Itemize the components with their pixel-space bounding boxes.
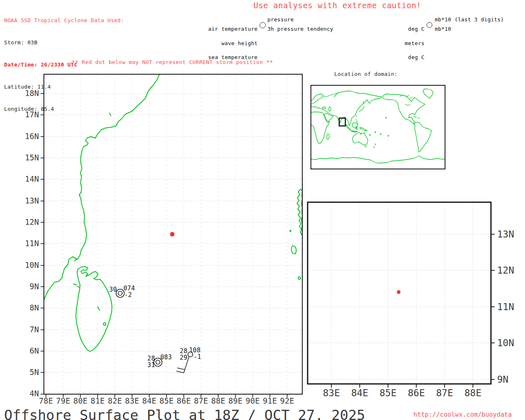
- axis-tick-label: 14N: [25, 174, 39, 183]
- axis-tick-label: 87E: [194, 396, 208, 405]
- legend-pressure-label: pressure: [267, 17, 294, 22]
- axis-tick-label: 6N: [30, 346, 39, 355]
- axis-tick-label: 4N: [30, 389, 39, 398]
- axis-tick-label: 7N: [30, 325, 39, 334]
- axis-tick-label: 88E: [464, 388, 482, 398]
- station3-sea-temp: 29: [180, 354, 187, 361]
- offshore-surface-plot-page: 30 074 -2 28 083 31 28 108 29 -1: [0, 0, 525, 420]
- axis-tick-label: 80E: [73, 396, 87, 405]
- world-inset-map: [311, 85, 445, 169]
- axis-tick-label: 92E: [280, 396, 294, 405]
- legend-units-sea-label: deg C: [392, 55, 425, 60]
- legend-units-wave-label: meters: [392, 41, 425, 46]
- station1-tendency: -2: [124, 291, 132, 299]
- main-map-y-axis-labels: 18N 17N 16N 15N 14N 13N 12N 11N 10N 9N 8…: [25, 89, 39, 398]
- storm-position-dot: [170, 232, 175, 237]
- main-map-ticks: [41, 94, 287, 397]
- axis-tick-label: 83E: [323, 388, 340, 398]
- zoom-map-horizontal-gridlines: [308, 234, 491, 379]
- axis-tick-label: 9N: [497, 374, 509, 385]
- station-model-circle-icon: [260, 22, 266, 28]
- axis-tick-label: 85E: [379, 388, 397, 398]
- axis-tick-label: 10N: [497, 338, 514, 348]
- axis-tick-label: 91E: [263, 396, 277, 405]
- zoom-map: 83E 84E 85E 86E 87E 88E 13N 12N 11N 10N …: [308, 202, 514, 398]
- axis-tick-label: 81E: [91, 396, 105, 405]
- axis-tick-label: 13N: [497, 229, 514, 240]
- world-coastlines: [311, 89, 445, 163]
- legend-wave-height-label: wave height: [207, 41, 258, 46]
- station-plot-1: [116, 289, 124, 297]
- axis-tick-label: 12N: [497, 265, 514, 276]
- axis-tick-label: 5N: [30, 368, 39, 377]
- axis-tick-label: 16N: [25, 132, 39, 141]
- storm-info-title: NOAA SSD Tropical Cyclone Data Used:: [4, 17, 124, 24]
- legend-units-pressure-label: mb*10 (last 3 digits): [435, 17, 504, 22]
- axis-tick-label: 79E: [56, 396, 70, 405]
- axis-tick-label: 86E: [408, 388, 425, 398]
- station-legend-units-left-column: deg C meters deg C: [392, 17, 425, 69]
- axis-tick-label: 83E: [125, 396, 139, 405]
- axis-tick-label: 89E: [228, 396, 242, 405]
- axis-tick-label: 12N: [25, 217, 39, 226]
- axis-tick-label: 10N: [25, 260, 39, 269]
- axis-tick-label: 87E: [436, 388, 453, 398]
- axis-tick-label: 90E: [246, 396, 260, 405]
- storm-id-line: Storm: 03B: [4, 39, 124, 46]
- axis-tick-label: 85E: [160, 396, 173, 405]
- source-url-link[interactable]: http://coolwx.com/buoydata: [413, 411, 512, 418]
- station1-air-temp: 30: [109, 286, 117, 293]
- legend-units-air-label: deg C: [392, 27, 425, 32]
- legend-units-tendency-label: mb*10: [435, 27, 451, 32]
- axis-tick-label: 82E: [108, 396, 122, 405]
- axis-tick-label: 15N: [25, 153, 39, 162]
- station2-sea-temp: 31: [147, 361, 155, 369]
- storm-position-warning: ** Red dot below may NOT represent CURRE…: [72, 59, 273, 65]
- zoom-map-x-axis-labels: 83E 84E 85E 86E 87E 88E: [323, 388, 482, 398]
- storm-position-dot-zoom: [397, 290, 401, 294]
- caution-banner: Use analyses with extreme caution!: [253, 1, 421, 10]
- plot-title: Offshore Surface Plot at 18Z / OCT 27, 2…: [4, 407, 365, 420]
- station2-pressure: 083: [160, 354, 172, 361]
- axis-tick-label: 8N: [30, 303, 39, 312]
- station-model-circle-icon: [427, 22, 432, 28]
- axis-tick-label: 84E: [142, 396, 156, 405]
- world-inset-frame: [311, 85, 445, 169]
- axis-tick-label: 78E: [39, 396, 53, 405]
- zoom-map-y-axis-labels: 13N 12N 11N 10N 9N: [497, 229, 514, 385]
- axis-tick-label: 84E: [351, 388, 368, 398]
- legend-air-temperature-label: air temperature: [207, 27, 258, 32]
- station3-tendency: -1: [194, 353, 201, 361]
- zoom-map-vertical-gridlines: [331, 203, 473, 383]
- axis-tick-label: 13N: [25, 196, 39, 205]
- axis-tick-label: 9N: [30, 282, 39, 291]
- station-plot-values: 30 074 -2 28 083 31 28 108 29 -1: [109, 285, 201, 369]
- axis-tick-label: 88E: [211, 396, 225, 405]
- legend-pressure-tendency-label: 3h pressure tendency: [267, 27, 333, 32]
- axis-tick-label: 11N: [497, 301, 514, 312]
- storm-latitude-line: Latitude: 11.4: [4, 83, 124, 91]
- main-map-x-axis-labels: 78E 79E 80E 81E 82E 83E 84E 85E 86E 87E …: [39, 396, 294, 405]
- axis-tick-label: 86E: [177, 396, 191, 405]
- axis-tick-label: 11N: [25, 239, 39, 248]
- storm-longitude-line: Longitude: 85.4: [4, 105, 124, 113]
- zoom-map-ticks: [331, 234, 495, 388]
- inset-map-title: Location of domain:: [334, 71, 397, 77]
